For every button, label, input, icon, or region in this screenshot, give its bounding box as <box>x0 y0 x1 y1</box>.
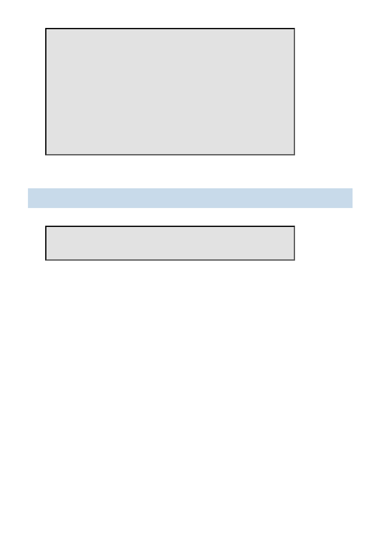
section-divider-bar <box>28 188 353 208</box>
content-box-small <box>45 226 295 261</box>
content-box-large <box>45 28 295 155</box>
